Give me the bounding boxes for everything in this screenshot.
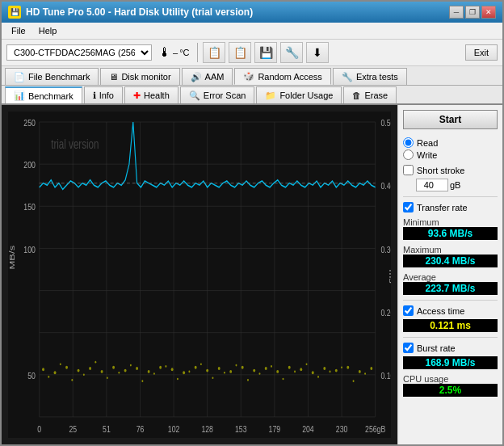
svg-rect-0: [8, 112, 391, 438]
menu-help[interactable]: Help: [32, 24, 64, 37]
average-section: Average 223.7 MB/s: [403, 271, 498, 295]
gb-input[interactable]: [416, 179, 448, 191]
svg-text:230: 230: [336, 424, 348, 434]
toolbar-btn-1[interactable]: 📋: [203, 42, 225, 63]
close-button[interactable]: ✕: [481, 6, 496, 19]
file-benchmark-icon: 📄: [14, 72, 25, 82]
minimum-label: Minimum: [403, 217, 498, 227]
maximum-value: 230.4 MB/s: [403, 255, 498, 267]
title-bar-left: 💾 HD Tune Pro 5.00 - Hard Disk Utility (…: [8, 6, 253, 19]
svg-text:256gB: 256gB: [365, 424, 385, 434]
tab-folder-usage[interactable]: 📁 Folder Usage: [256, 86, 342, 103]
radio-read-input[interactable]: [403, 137, 414, 148]
exit-button[interactable]: Exit: [465, 44, 498, 61]
svg-point-54: [159, 366, 162, 369]
toolbar-btn-3[interactable]: 💾: [254, 42, 277, 63]
temp-unit: °C: [179, 48, 189, 57]
svg-point-77: [94, 361, 96, 364]
tab-random-access[interactable]: 🎲 Random Access: [234, 68, 330, 85]
svg-point-58: [206, 369, 208, 372]
tab-benchmark[interactable]: 📊 Benchmark: [5, 86, 82, 103]
start-button[interactable]: Start: [403, 110, 498, 129]
short-stroke-checkbox-row: Short stroke: [403, 165, 498, 175]
svg-text:204: 204: [302, 424, 314, 434]
svg-text:150: 150: [23, 202, 36, 212]
tab-info[interactable]: ℹ Info: [84, 86, 123, 103]
svg-point-91: [259, 372, 261, 375]
tab-error-scan[interactable]: 🔍 Error Scan: [180, 86, 255, 103]
svg-point-71: [359, 370, 361, 373]
svg-text:50: 50: [27, 371, 36, 381]
title-bar: 💾 HD Tune Pro 5.00 - Hard Disk Utility (…: [2, 2, 502, 23]
svg-text:102: 102: [168, 424, 180, 434]
toolbar-btn-5[interactable]: ⬇: [306, 42, 329, 63]
cpu-section: CPU usage 2.5%: [403, 372, 498, 397]
svg-point-96: [317, 376, 319, 378]
svg-point-75: [71, 379, 73, 381]
svg-point-76: [83, 374, 85, 377]
svg-point-80: [130, 364, 132, 367]
random-access-icon: 🎲: [243, 71, 254, 82]
tab-extra-tests[interactable]: 🔧 Extra tests: [333, 68, 407, 85]
error-scan-icon: 🔍: [189, 90, 200, 101]
svg-point-66: [300, 368, 302, 371]
svg-point-64: [276, 370, 279, 373]
svg-text:200: 200: [23, 160, 36, 170]
aam-icon: 🔊: [191, 72, 202, 82]
thermometer-icon: 🌡: [158, 45, 171, 60]
tab-aam[interactable]: 🔊 AAM: [182, 68, 233, 85]
svg-text:100: 100: [23, 244, 36, 254]
toolbar-btn-2[interactable]: 📋: [229, 42, 251, 63]
drive-dropdown[interactable]: C300-CTFDDAC256MAG (256 gB): [6, 44, 152, 61]
radio-write-input[interactable]: [403, 149, 414, 160]
cpu-value: 2.5%: [403, 384, 498, 397]
gb-unit: gB: [450, 180, 460, 190]
transfer-rate-checkbox[interactable]: [403, 202, 414, 212]
radio-write[interactable]: Write: [403, 149, 498, 160]
svg-text:0.50: 0.50: [380, 118, 391, 128]
short-stroke-checkbox[interactable]: [403, 165, 414, 175]
toolbar-btn-4[interactable]: 🔧: [280, 42, 303, 63]
tab-file-benchmark[interactable]: 📄 File Benchmark: [5, 68, 99, 85]
burst-rate-checkbox[interactable]: [403, 343, 414, 353]
svg-point-93: [283, 378, 284, 381]
svg-text:153: 153: [235, 424, 247, 434]
svg-point-55: [171, 368, 174, 371]
info-icon: ℹ: [93, 90, 96, 101]
svg-point-69: [335, 369, 338, 372]
svg-text:trial version: trial version: [51, 137, 99, 151]
minimize-button[interactable]: ─: [449, 6, 464, 19]
svg-point-97: [330, 371, 331, 373]
benchmark-chart: 250 200 150 100 50 MB/s 0.50 0.40 0.30 0…: [8, 112, 391, 438]
svg-text:MB/s: MB/s: [8, 246, 15, 270]
title-bar-buttons: ─ ❐ ✕: [449, 6, 496, 19]
svg-point-56: [183, 371, 185, 374]
svg-text:51: 51: [103, 424, 111, 434]
access-time-value: 0.121 ms: [403, 319, 498, 332]
menu-file[interactable]: File: [5, 24, 32, 37]
main-window: 💾 HD Tune Pro 5.00 - Hard Disk Utility (…: [0, 0, 504, 446]
svg-point-89: [235, 364, 237, 367]
tab-disk-monitor[interactable]: 🖥 Disk monitor: [100, 68, 179, 85]
average-value: 223.7 MB/s: [403, 282, 498, 295]
access-time-checkbox[interactable]: [403, 305, 414, 316]
svg-point-47: [78, 369, 80, 372]
svg-text:0.10: 0.10: [380, 371, 391, 381]
tab-health[interactable]: ✚ Health: [124, 86, 178, 103]
svg-point-61: [242, 366, 244, 369]
restore-button[interactable]: ❐: [465, 6, 480, 19]
transfer-rate-checkbox-row: Transfer rate: [403, 202, 498, 212]
extra-tests-icon: 🔧: [342, 72, 353, 82]
svg-point-67: [312, 371, 314, 374]
radio-read[interactable]: Read: [403, 137, 498, 148]
svg-point-70: [346, 366, 349, 369]
divider-3: [403, 337, 498, 338]
drive-select: C300-CTFDDAC256MAG (256 gB): [6, 44, 152, 61]
svg-point-45: [54, 371, 57, 374]
svg-point-49: [101, 370, 103, 373]
tabs-top: 📄 File Benchmark 🖥 Disk monitor 🔊 AAM 🎲 …: [2, 66, 502, 86]
svg-point-68: [323, 367, 326, 370]
tab-erase[interactable]: 🗑 Erase: [343, 86, 397, 103]
average-label: Average: [403, 272, 498, 282]
svg-point-60: [229, 370, 232, 373]
